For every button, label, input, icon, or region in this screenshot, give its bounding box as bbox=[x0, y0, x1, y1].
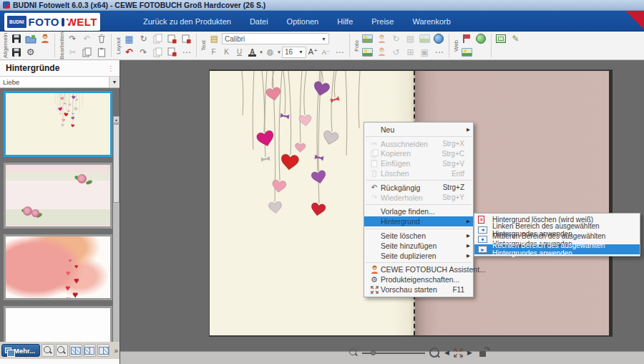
photo-layers-button[interactable] bbox=[418, 32, 431, 45]
thumbnail-watercolor[interactable]: ♥♥♥♥♥♥♥ bbox=[4, 234, 112, 300]
open-button[interactable] bbox=[24, 32, 37, 45]
menu-item-seite-hinzufuegen[interactable]: Seite hinzufügen ▶ bbox=[364, 241, 473, 251]
fit-page-button[interactable] bbox=[454, 348, 463, 358]
view-spread-left-button[interactable] bbox=[84, 344, 96, 357]
photo-split-button[interactable]: ⊞ bbox=[404, 46, 417, 59]
menu-item-seite-duplizieren[interactable]: Seite duplizieren ▶ bbox=[364, 251, 473, 261]
font-color-button[interactable]: A bbox=[246, 47, 258, 58]
undo-small-button[interactable]: ↶ bbox=[80, 32, 94, 45]
menu-datei[interactable]: Datei bbox=[250, 17, 268, 26]
text-more-button[interactable]: ⋯ bbox=[333, 46, 346, 59]
rotate-page-button[interactable]: ↻ bbox=[137, 32, 150, 45]
menu-preise[interactable]: Preise bbox=[371, 17, 394, 26]
italic-button[interactable]: K bbox=[220, 47, 233, 58]
menu-warenkorb[interactable]: Warenkorb bbox=[412, 17, 450, 26]
cut-button[interactable]: ✂ bbox=[66, 46, 79, 59]
web-flag-button[interactable] bbox=[460, 32, 474, 45]
menu-optionen[interactable]: Optionen bbox=[287, 17, 319, 26]
scrollbar-thumb[interactable] bbox=[113, 124, 119, 203]
photo-rotate-button[interactable]: ↻ bbox=[389, 32, 403, 45]
photo-frame-button[interactable]: ▣ bbox=[418, 46, 431, 59]
font-family-select[interactable]: Calibri ▼ bbox=[222, 33, 329, 44]
font-color-dropdown[interactable]: ▼ bbox=[259, 50, 263, 54]
zoom-out-button[interactable] bbox=[349, 348, 358, 357]
zoom-out-thumbs-button[interactable] bbox=[42, 344, 54, 357]
zoom-slider-knob[interactable] bbox=[371, 350, 376, 355]
menu-item-kopieren[interactable]: Kopieren Strg+C bbox=[364, 149, 473, 159]
zoom-slider[interactable] bbox=[362, 348, 425, 357]
web-upload-button[interactable] bbox=[460, 46, 474, 59]
menu-item-ausschneiden[interactable]: ✂ Ausschneiden Strg+X bbox=[364, 139, 473, 149]
assistant-button[interactable] bbox=[38, 32, 52, 45]
submenu-item-rechten-bereich[interactable]: ► Rechten Bereich des ausgewählten Hinte… bbox=[474, 244, 640, 254]
zoom-in-thumbs-button[interactable] bbox=[56, 344, 68, 357]
highlight-dropdown[interactable]: ▼ bbox=[277, 50, 281, 54]
grid-button[interactable]: ▦ bbox=[122, 32, 136, 45]
photo-undo-button[interactable]: ↺ bbox=[389, 46, 403, 59]
menu-item-wiederholen[interactable]: ↷ Wiederholen Strg+Y bbox=[364, 193, 473, 203]
menu-item-einfuegen[interactable]: Einfügen Strg+V bbox=[364, 158, 473, 168]
menu-item-assistent[interactable]: CEWE FOTOBUCH Assistent... bbox=[364, 265, 473, 275]
arrange-button[interactable] bbox=[151, 32, 165, 45]
overflow-chevrons[interactable]: » bbox=[114, 347, 118, 355]
save-as-button[interactable] bbox=[9, 46, 23, 59]
menu-back-to-products[interactable]: Zurück zu den Produkten bbox=[143, 17, 231, 26]
photo-globe-button[interactable] bbox=[432, 32, 446, 45]
edit-green-button[interactable]: ✎ bbox=[509, 32, 522, 45]
page-delete-red-button[interactable] bbox=[165, 46, 179, 59]
rotate-view-button[interactable]: ↷ bbox=[479, 348, 489, 357]
menu-item-hintergrund[interactable]: Hintergrund ▶ bbox=[364, 216, 473, 226]
menu-item-seite-loeschen[interactable]: Seite löschen ▶ bbox=[364, 231, 473, 241]
thumbnail-roses[interactable] bbox=[4, 163, 112, 229]
prev-page-button[interactable]: ◀ bbox=[444, 349, 449, 356]
view-spread-right-button[interactable] bbox=[97, 344, 109, 357]
menu-item-loeschen[interactable]: Löschen Entf bbox=[364, 168, 473, 178]
next-page-button[interactable]: ▶ bbox=[467, 349, 472, 356]
panel-grip-icon[interactable]: ⋮ bbox=[107, 64, 114, 72]
layer-button[interactable] bbox=[151, 46, 165, 59]
copy-button[interactable] bbox=[80, 46, 94, 59]
category-select[interactable]: Liebe ▼ bbox=[0, 77, 119, 88]
layout-more-button[interactable]: ⋯ bbox=[180, 46, 193, 59]
add-photo-button[interactable] bbox=[361, 32, 374, 45]
bold-button[interactable]: F bbox=[208, 47, 220, 58]
menu-item-rueckgaengig[interactable]: ↶ Rückgängig Strg+Z bbox=[364, 183, 473, 193]
view-spread-both-button[interactable] bbox=[69, 344, 82, 357]
menu-item-vorlage-finden[interactable]: Vorlage finden... bbox=[364, 207, 473, 217]
window-title: BUDNI Fotowelt 6.0.3 (x64) - CEWE FOTOBU… bbox=[13, 1, 265, 9]
menu-item-vorschau-starten[interactable]: Vorschau starten F11 bbox=[364, 284, 473, 294]
decrease-font-button[interactable]: A⁻ bbox=[320, 47, 332, 58]
underline-button[interactable]: U bbox=[233, 47, 245, 58]
edit-photo-button[interactable] bbox=[361, 46, 374, 59]
photo-flag-button[interactable]: ▤ bbox=[404, 32, 417, 45]
thumbnail-hearts[interactable] bbox=[4, 91, 112, 157]
scroll-up-icon[interactable]: ▲ bbox=[113, 116, 119, 123]
menu-item-produkteigenschaften[interactable]: ⚙ Produkteigenschaften... bbox=[364, 274, 473, 284]
delete-button[interactable] bbox=[94, 32, 108, 45]
photo-person-button[interactable] bbox=[375, 32, 389, 45]
thumbnail-plain[interactable] bbox=[4, 306, 112, 342]
increase-font-button[interactable]: A⁺ bbox=[307, 47, 319, 58]
menu-hilfe[interactable]: Hilfe bbox=[337, 17, 353, 26]
photo-person2-button[interactable] bbox=[375, 46, 389, 59]
undo-button[interactable]: ↶ bbox=[122, 46, 136, 59]
title-bar[interactable]: BUDNI Fotowelt 6.0.3 (x64) - CEWE FOTOBU… bbox=[0, 0, 644, 11]
photo-more-button[interactable]: ⋯ bbox=[432, 46, 446, 59]
more-button[interactable]: Mehr... bbox=[1, 344, 40, 357]
redo-arc-button[interactable]: ↷ bbox=[137, 46, 150, 59]
insert-text-button[interactable]: ▤ bbox=[208, 32, 221, 45]
settings-button[interactable]: ⚙ bbox=[24, 46, 37, 59]
menu-item-neu[interactable]: Neu ▶ bbox=[364, 125, 473, 135]
zoom-in-button[interactable] bbox=[429, 348, 440, 358]
table-green-button[interactable] bbox=[494, 32, 508, 45]
apply-left-icon: ◄ bbox=[478, 226, 492, 234]
page-red-2-button[interactable] bbox=[180, 32, 193, 45]
redo-button[interactable]: ↷ bbox=[66, 32, 79, 45]
font-size-select[interactable]: 16 ▼ bbox=[282, 47, 306, 58]
paste-button[interactable] bbox=[94, 46, 108, 59]
highlight-color-button[interactable]: ◍ bbox=[264, 47, 276, 58]
web-globe-button[interactable] bbox=[474, 32, 488, 45]
save-button[interactable] bbox=[9, 32, 23, 45]
page-red-1-button[interactable] bbox=[165, 32, 179, 45]
thumbnail-scrollbar[interactable]: ▲ bbox=[113, 116, 119, 342]
